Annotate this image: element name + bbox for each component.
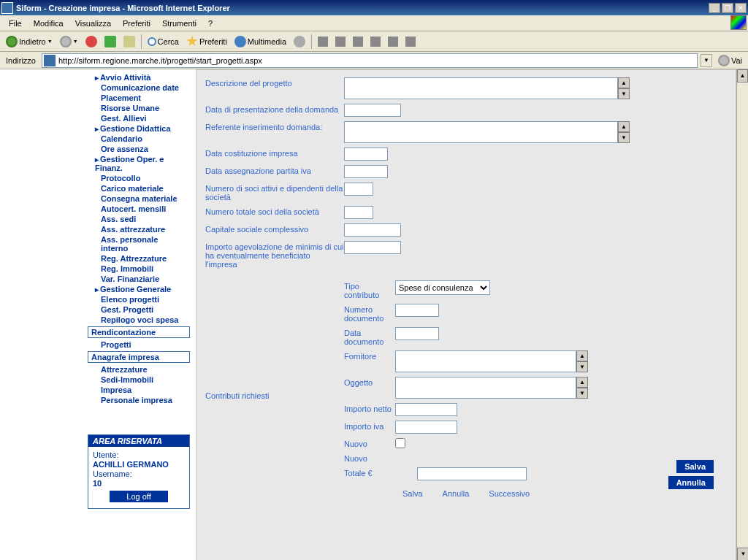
menu-strumenti[interactable]: Strumenti	[156, 18, 202, 29]
search-button[interactable]: Cerca	[145, 36, 182, 47]
research-icon	[388, 37, 398, 47]
sidebar-item-impresa[interactable]: Impresa	[88, 385, 190, 395]
annulla-button[interactable]: Annulla	[668, 476, 714, 489]
menu-preferiti[interactable]: Preferiti	[117, 18, 156, 29]
input-numero-documento[interactable]	[395, 304, 439, 317]
sidebar-item-oper-finanz[interactable]: Gestione Oper. e Finanz.	[88, 154, 190, 173]
bottom-annulla[interactable]: Annulla	[443, 489, 470, 498]
close-button[interactable]: ✕	[735, 3, 747, 13]
sidebar-item-generale[interactable]: Gestione Generale	[88, 284, 190, 294]
input-numero-soci-attivi[interactable]	[344, 183, 373, 196]
sidebar-item-reg-attrez[interactable]: Reg. Attrezzature	[88, 253, 190, 264]
input-importo-netto[interactable]	[395, 403, 457, 416]
menu-visualizza[interactable]: Visualizza	[69, 18, 117, 29]
edit-button[interactable]	[350, 35, 366, 48]
input-oggetto[interactable]	[395, 377, 576, 399]
go-button[interactable]: Vai	[715, 53, 745, 68]
input-data-costituzione[interactable]	[344, 147, 388, 161]
forward-button[interactable]: ▼	[57, 34, 81, 49]
scroll-up-icon[interactable]: ▲	[576, 350, 588, 361]
discuss-button[interactable]	[367, 35, 383, 48]
checkbox-nuovo[interactable]	[395, 438, 405, 448]
maximize-button[interactable]: ❐	[722, 3, 733, 13]
scroll-down-icon[interactable]: ▼	[618, 88, 630, 99]
sidebar-item-progetti[interactable]: Progetti	[88, 340, 190, 350]
favorites-button[interactable]: Preferiti	[183, 34, 230, 49]
sidebar-item-avvio[interactable]: Avvio Attività	[88, 72, 190, 83]
refresh-button[interactable]	[102, 34, 119, 49]
sidebar-item-riepilogo[interactable]: Repilogo voci spesa	[88, 315, 190, 325]
input-referente[interactable]	[344, 121, 618, 143]
scroll-up-icon[interactable]: ▲	[618, 121, 630, 132]
sidebar-item-consegna[interactable]: Consegna materiale	[88, 193, 190, 204]
home-button[interactable]	[121, 34, 138, 49]
sidebar-item-reg-immobili[interactable]: Reg. Immobili	[88, 264, 190, 274]
input-fornitore[interactable]	[395, 350, 576, 372]
minimize-button[interactable]: _	[709, 3, 720, 13]
vertical-scrollbar[interactable]	[736, 69, 748, 560]
scroll-down-icon[interactable]: ▼	[576, 388, 588, 399]
menubar: File Modifica Visualizza Preferiti Strum…	[0, 15, 748, 31]
sidebar-item-gest-progetti[interactable]: Gest. Progetti	[88, 304, 190, 315]
sidebar-item-var-finanz[interactable]: Var. Finanziarie	[88, 274, 190, 284]
sidebar-item-attrezzature[interactable]: Attrezzature	[88, 364, 190, 375]
input-data-presentazione[interactable]	[344, 104, 401, 117]
sidebar-item-personale[interactable]: Personale impresa	[88, 395, 190, 405]
select-tipo-contributo[interactable]: Spese di consulenza	[395, 280, 490, 295]
input-numero-totale-soci[interactable]	[344, 206, 373, 219]
back-button[interactable]: Indietro ▼	[3, 34, 56, 49]
bottom-successivo[interactable]: Successivo	[489, 489, 530, 498]
window-titlebar: Siform - Creazione impresa - Microsoft I…	[0, 0, 748, 15]
sidebar-item-allievi[interactable]: Gest. Allievi	[88, 113, 190, 123]
messenger-button[interactable]	[402, 35, 419, 48]
label-data-presentazione: Data di presentazione della domanda	[205, 104, 344, 114]
username-label: Username:	[93, 469, 185, 478]
sidebar-item-elenco[interactable]: Elenco progetti	[88, 294, 190, 304]
sidebar-item-ass-personale[interactable]: Ass. personale interno	[88, 234, 190, 253]
salva-button[interactable]: Salva	[676, 460, 714, 473]
input-descrizione[interactable]	[344, 77, 618, 99]
input-importo-agevolazione[interactable]	[344, 241, 401, 254]
menu-modifica[interactable]: Modifica	[28, 18, 69, 29]
sidebar-item-autocert[interactable]: Autocert. mensili	[88, 204, 190, 214]
sidebar-item-risorse[interactable]: Risorse Umane	[88, 103, 190, 113]
scroll-down-icon[interactable]: ▼	[618, 132, 630, 143]
input-importo-iva[interactable]	[395, 421, 457, 434]
input-totale[interactable]	[417, 467, 527, 480]
sidebar-item-ass-attrez[interactable]: Ass. attrezzature	[88, 224, 190, 234]
media-button[interactable]: Multimedia	[232, 34, 289, 49]
sidebar-item-placement[interactable]: Placement	[88, 93, 190, 103]
history-button[interactable]	[291, 34, 308, 49]
sidebar-item-comunicazione[interactable]: Comunicazione date	[88, 83, 190, 93]
research-button[interactable]	[385, 35, 401, 48]
sidebar-item-didattica[interactable]: Gestione Didattica	[88, 123, 190, 134]
input-data-partita-iva[interactable]	[344, 165, 388, 178]
link-nuovo[interactable]: Nuovo	[344, 453, 395, 463]
print-button[interactable]	[332, 35, 348, 48]
sidebar-item-assenza[interactable]: Ore assenza	[88, 144, 190, 154]
label-numero-soci-attivi: Numero di soci attivi e dipendenti della…	[205, 183, 344, 202]
mail-button[interactable]	[315, 35, 331, 48]
sidebar-item-calendario[interactable]: Calendario	[88, 134, 190, 144]
sidebar-box-anagrafe[interactable]: Anagrafe impresa	[88, 351, 190, 363]
sidebar-box-rendicontazione[interactable]: Rendicontazione	[88, 326, 190, 338]
address-dropdown-button[interactable]: ▼	[701, 54, 712, 67]
menu-help[interactable]: ?	[202, 18, 218, 29]
bottom-salva[interactable]: Salva	[402, 489, 423, 498]
input-data-documento[interactable]	[395, 327, 439, 340]
scroll-up-icon[interactable]: ▲	[618, 77, 630, 88]
sidebar-item-ass-sedi[interactable]: Ass. sedi	[88, 214, 190, 224]
input-capitale-sociale[interactable]	[344, 223, 401, 237]
menu-file[interactable]: File	[3, 18, 28, 29]
sidebar-item-protocollo[interactable]: Protocollo	[88, 173, 190, 183]
sidebar-item-sedi[interactable]: Sedi-Immobili	[88, 375, 190, 385]
label-importo-iva: Importo iva	[344, 421, 395, 431]
logoff-button[interactable]: Log off	[110, 491, 168, 502]
stop-button[interactable]	[83, 34, 100, 49]
refresh-icon	[104, 36, 116, 47]
scroll-up-icon[interactable]: ▲	[576, 377, 588, 388]
sidebar-item-carico[interactable]: Carico materiale	[88, 183, 190, 193]
address-input[interactable]: http://siform.regione.marche.it/progetti…	[42, 53, 698, 68]
scroll-down-icon[interactable]: ▼	[576, 361, 588, 372]
dropdown-icon: ▼	[73, 39, 78, 44]
